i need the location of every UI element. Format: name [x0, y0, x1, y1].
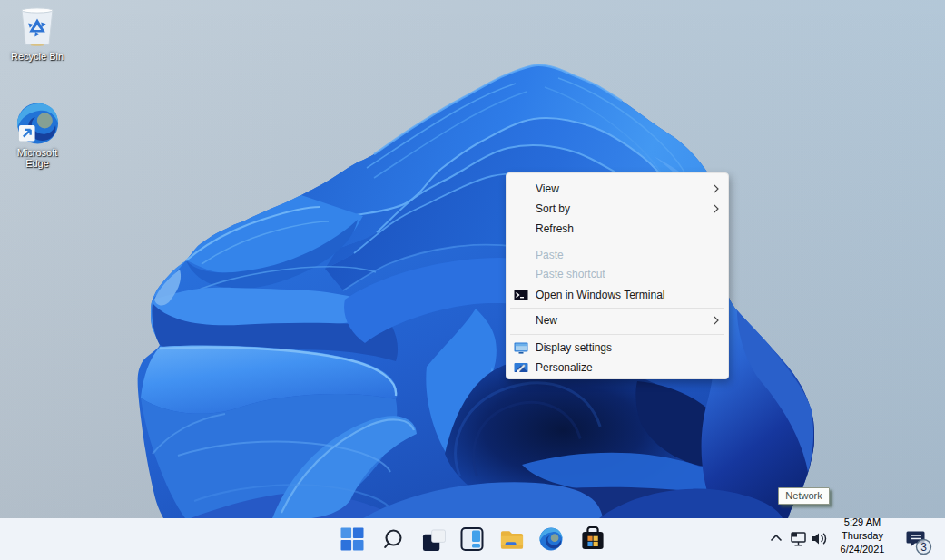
svg-text:3: 3	[920, 541, 927, 554]
